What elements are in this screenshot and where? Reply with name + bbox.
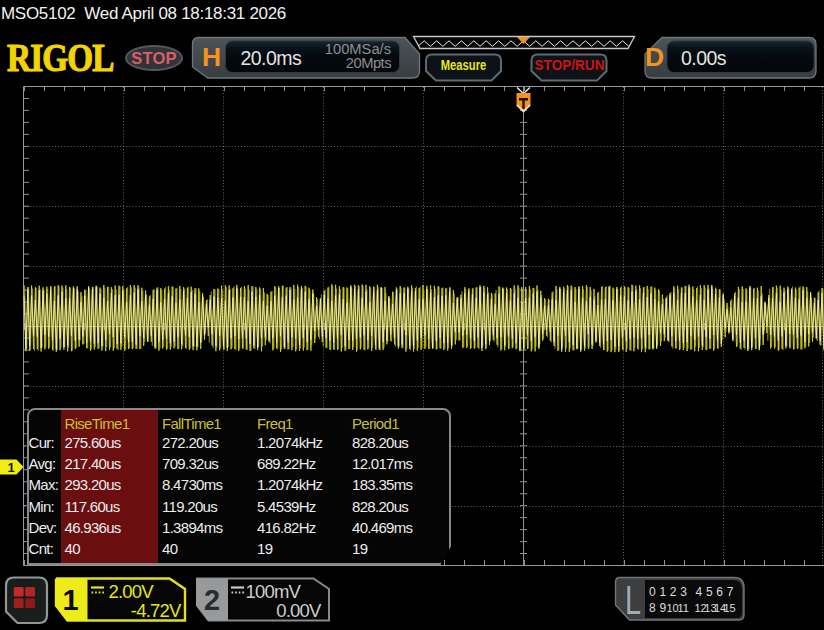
svg-text:1: 1	[7, 460, 14, 475]
